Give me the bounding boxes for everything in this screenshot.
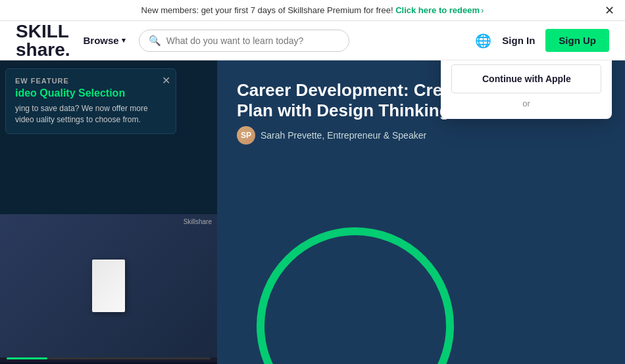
feature-popup-label: EW FEATURE (15, 77, 166, 85)
signup-card: Get Started for Free f Continue with Fac… (441, 60, 612, 119)
progress-bar (7, 357, 211, 359)
language-button[interactable]: 🌐 (475, 33, 491, 49)
globe-icon: 🌐 (475, 33, 491, 49)
banner-close-button[interactable]: ✕ (605, 3, 614, 18)
header: SKILL share. Browse ▾ 🔍 🌐 Sign In Sign U… (0, 21, 625, 60)
apple-icon (461, 72, 476, 86)
left-panel: ✕ EW FEATURE ideo Quality Selection ying… (0, 60, 217, 364)
feature-popup-title: ideo Quality Selection (15, 87, 166, 99)
video-player: Skillshare ⏸ 1x ⟳ ✏️ 💬 (0, 214, 217, 364)
search-input[interactable] (166, 35, 339, 46)
video-thumbnail[interactable]: Skillshare (0, 214, 217, 357)
apple-login-button[interactable]: Continue with Apple (451, 64, 601, 93)
course-info-panel: Career Development: Creating an Action P… (217, 60, 625, 364)
chevron-down-icon: ▾ (122, 36, 126, 45)
search-icon: 🔍 (149, 35, 161, 47)
feature-popup: ✕ EW FEATURE ideo Quality Selection ying… (5, 68, 176, 134)
book-image (92, 260, 125, 312)
sign-up-button[interactable]: Sign Up (545, 29, 609, 52)
promo-banner: New members: get your first 7 days of Sk… (0, 0, 625, 21)
sign-in-button[interactable]: Sign In (502, 35, 535, 46)
banner-arrow: › (481, 5, 484, 15)
progress-fill (7, 357, 47, 359)
instructor-row: SP Sarah Prevette, Entrepreneur & Speake… (237, 126, 605, 145)
feature-popup-desc: ying to save data? We now offer more vid… (15, 103, 166, 125)
main-content: ✕ EW FEATURE ideo Quality Selection ying… (0, 60, 625, 364)
logo-text: SKILL share. (16, 22, 70, 59)
browse-button[interactable]: Browse ▾ (84, 35, 126, 46)
feature-popup-close-button[interactable]: ✕ (162, 74, 170, 87)
banner-text: New members: get your first 7 days of Sk… (141, 5, 393, 15)
header-right: 🌐 Sign In Sign Up (475, 29, 609, 52)
logo: SKILL share. (16, 22, 70, 59)
banner-link[interactable]: Click here to redeem (395, 5, 480, 15)
or-divider: or (451, 99, 601, 108)
instructor-name: Sarah Prevette, Entrepreneur & Speaker (261, 130, 426, 141)
avatar: SP (237, 126, 255, 145)
decorative-arc (257, 227, 454, 364)
skillshare-label: Skillshare (184, 218, 212, 225)
search-bar: 🔍 (139, 30, 349, 52)
